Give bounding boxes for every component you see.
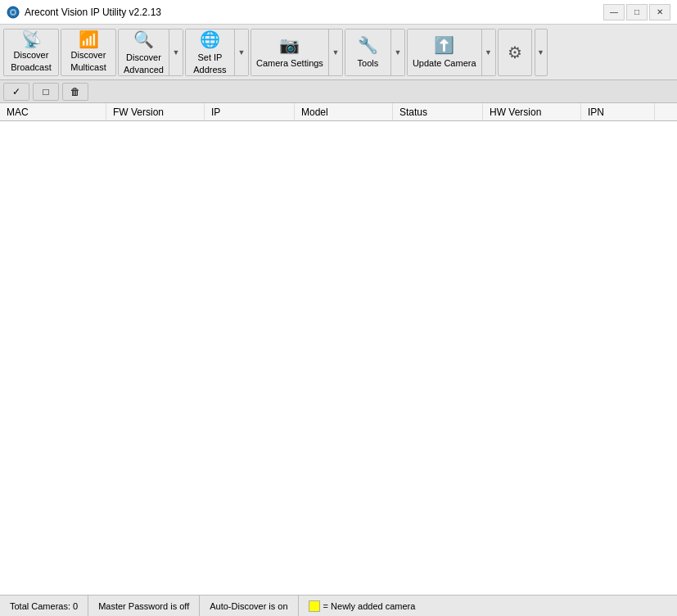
discover-multicast-button[interactable]: 📶 Discover Multicast	[61, 29, 116, 76]
update-camera-label: Update Camera	[413, 57, 476, 69]
legend-label: = Newly added camera	[323, 601, 416, 611]
gear-icon: ⚙	[508, 43, 522, 62]
select-all-button[interactable]: ✓	[3, 83, 29, 101]
app-icon	[7, 6, 20, 19]
set-ip-address-label: Set IP Address	[193, 52, 226, 75]
tools-button[interactable]: 🔧 Tools	[345, 29, 391, 75]
tools-split: 🔧 Tools ▼	[345, 29, 405, 76]
chevron-down-icon: ▼	[537, 48, 544, 57]
title-bar-controls: — □ ✕	[603, 4, 670, 20]
main-toolbar: 📡 Discover Broadcast 📶 Discover Multicas…	[0, 25, 677, 80]
col-header-mac: MAC	[0, 103, 106, 120]
discover-advanced-dropdown-button[interactable]: ▼	[169, 29, 183, 75]
update-camera-dropdown-button[interactable]: ▼	[482, 29, 495, 75]
set-ip-dropdown-button[interactable]: ▼	[235, 29, 248, 75]
legend-status: = Newly added camera	[299, 596, 426, 616]
camera-settings-button[interactable]: 📷 Camera Settings	[251, 29, 329, 75]
multicast-icon: 📶	[79, 31, 99, 48]
camera-settings-split: 📷 Camera Settings ▼	[250, 29, 343, 76]
col-header-model: Model	[295, 103, 393, 120]
col-header-hw-version: HW Version	[483, 103, 581, 120]
delete-button[interactable]: 🗑	[62, 83, 88, 101]
discover-multicast-label: Discover Multicast	[70, 49, 106, 73]
extra-dropdown-button[interactable]: ▼	[535, 29, 548, 76]
broadcast-icon: 📡	[21, 31, 42, 48]
title-bar: Arecont Vision IP Utility v2.2.13 — □ ✕	[0, 0, 677, 25]
settings-gear-button[interactable]: ⚙	[498, 29, 532, 76]
status-bar: Total Cameras: 0 Master Password is off …	[0, 595, 677, 616]
window-title: Arecont Vision IP Utility v2.2.13	[25, 7, 161, 18]
update-camera-icon: ⬆️	[434, 34, 454, 56]
square-icon: □	[43, 86, 48, 97]
trash-icon: 🗑	[70, 86, 80, 97]
discover-broadcast-label: Discover Broadcast	[11, 49, 52, 73]
camera-settings-icon: 📷	[279, 34, 300, 56]
col-header-ip: IP	[205, 103, 295, 120]
tools-dropdown-button[interactable]: ▼	[391, 29, 404, 75]
discover-advanced-icon: 🔍	[133, 29, 154, 50]
total-cameras-status: Total Cameras: 0	[0, 596, 88, 616]
newly-added-color-indicator	[309, 600, 320, 612]
col-header-ipn: IPN	[581, 103, 655, 120]
discover-advanced-split: 🔍 Discover Advanced ▼	[118, 29, 183, 76]
master-password-status: Master Password is off	[88, 596, 200, 616]
set-ip-split: 🌐 Set IP Address ▼	[185, 29, 249, 76]
update-camera-split: ⬆️ Update Camera ▼	[407, 29, 496, 76]
col-header-fw-version: FW Version	[106, 103, 205, 120]
column-headers: MACFW VersionIPModelStatusHW VersionIPN	[0, 103, 677, 121]
auto-discover-status: Auto-Discover is on	[200, 596, 298, 616]
tools-icon: 🔧	[358, 34, 378, 56]
set-ip-icon: 🌐	[200, 29, 220, 50]
maximize-button[interactable]: □	[626, 4, 648, 20]
check-icon: ✓	[12, 86, 20, 97]
discover-advanced-button[interactable]: 🔍 Discover Advanced	[119, 29, 169, 75]
svg-point-2	[11, 11, 15, 14]
camera-settings-label: Camera Settings	[256, 57, 323, 69]
discover-advanced-label: Discover Advanced	[124, 52, 164, 75]
close-button[interactable]: ✕	[649, 4, 670, 20]
col-header-status: Status	[393, 103, 483, 120]
camera-settings-dropdown-button[interactable]: ▼	[329, 29, 342, 75]
secondary-toolbar: ✓ □ 🗑	[0, 80, 677, 103]
update-camera-button[interactable]: ⬆️ Update Camera	[408, 29, 482, 75]
minimize-button[interactable]: —	[603, 4, 625, 20]
tools-label: Tools	[358, 57, 379, 69]
set-ip-address-button[interactable]: 🌐 Set IP Address	[186, 29, 235, 75]
title-bar-left: Arecont Vision IP Utility v2.2.13	[7, 6, 161, 19]
deselect-all-button[interactable]: □	[33, 83, 59, 101]
discover-broadcast-button[interactable]: 📡 Discover Broadcast	[3, 29, 59, 76]
main-content-area[interactable]	[0, 121, 677, 595]
